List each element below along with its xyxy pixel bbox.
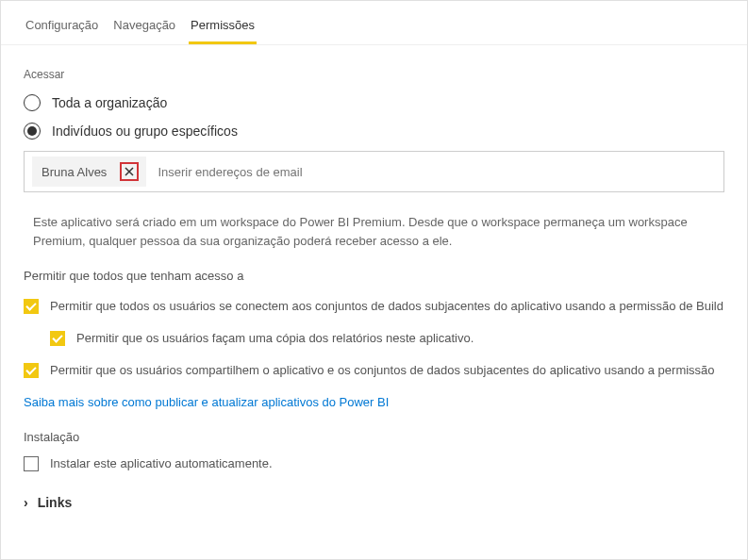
premium-info-text: Este aplicativo será criado em um worksp… [33,213,724,250]
checkbox-icon [24,299,39,314]
remove-chip-button[interactable] [120,162,139,181]
permissions-header: Permitir que todos que tenham acesso a [24,269,724,283]
checkbox-build-permission[interactable]: Permitir que todos os usuários se conect… [24,298,724,315]
radio-entire-org[interactable]: Toda a organização [24,94,724,111]
chip-name: Bruna Alves [42,165,107,179]
tabs-bar: Configuração Navegação Permissões [1,1,747,45]
checkbox-label: Permitir que todos os usuários se conect… [50,298,723,315]
checkbox-label: Permitir que os usuários compartilhem o … [50,362,715,379]
checkbox-auto-install[interactable]: Instalar este aplicativo automaticamente… [24,455,724,472]
radio-individuals[interactable]: Indivíduos ou grupo específicos [24,123,724,140]
learn-more-link[interactable]: Saiba mais sobre como publicar e atualiz… [24,395,389,409]
user-chip: Bruna Alves [32,156,146,187]
chevron-right-icon: › [24,495,28,510]
tab-navegacao[interactable]: Navegação [111,14,177,44]
radio-label-individuals: Indivíduos ou grupo específicos [52,124,238,139]
install-header: Instalação [24,430,724,444]
checkbox-icon [50,331,65,346]
checkbox-icon [24,363,39,378]
access-section-label: Acessar [24,68,724,81]
tab-configuracao[interactable]: Configuração [24,14,100,44]
checkbox-icon [24,456,39,471]
radio-label-org: Toda a organização [52,95,167,110]
checkbox-share-app[interactable]: Permitir que os usuários compartilhem o … [24,362,724,379]
tab-permissoes[interactable]: Permissões [189,14,257,44]
close-icon [125,167,134,176]
email-input-container[interactable]: Bruna Alves [24,151,724,192]
checkbox-label: Permitir que os usuários façam uma cópia… [76,330,474,347]
checkbox-copy-reports[interactable]: Permitir que os usuários façam uma cópia… [50,330,724,347]
links-label: Links [38,495,73,510]
email-input[interactable] [158,165,716,179]
links-expander[interactable]: › Links [24,495,724,510]
checkbox-label: Instalar este aplicativo automaticamente… [50,455,273,472]
radio-icon [24,94,41,111]
install-section: Instalação Instalar este aplicativo auto… [24,430,724,472]
radio-icon [24,123,41,140]
content-area: Acessar Toda a organização Indivíduos ou… [1,45,747,510]
